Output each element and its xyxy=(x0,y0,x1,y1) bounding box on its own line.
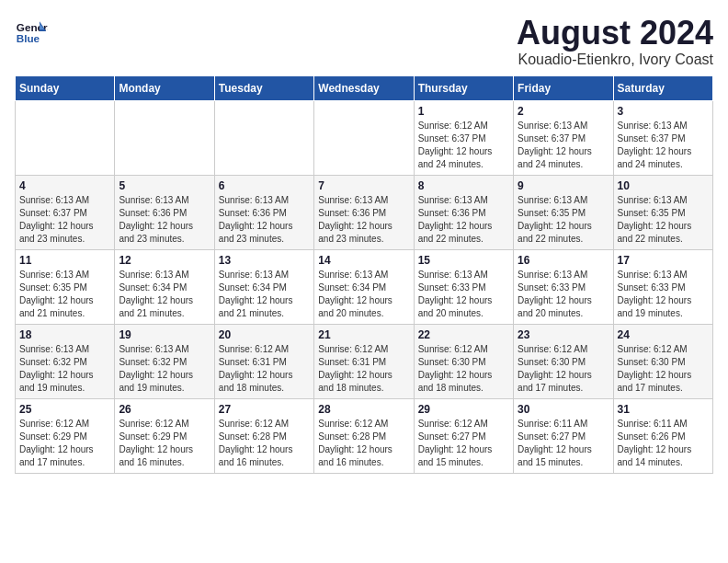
day-number: 5 xyxy=(119,179,210,192)
day-number: 23 xyxy=(518,328,609,341)
calendar-cell: 16Sunrise: 6:13 AM Sunset: 6:33 PM Dayli… xyxy=(514,249,613,324)
day-info: Sunrise: 6:13 AM Sunset: 6:37 PM Dayligh… xyxy=(518,120,609,171)
calendar-cell: 24Sunrise: 6:12 AM Sunset: 6:30 PM Dayli… xyxy=(613,324,712,398)
day-info: Sunrise: 6:13 AM Sunset: 6:37 PM Dayligh… xyxy=(19,194,110,246)
header-cell-monday: Monday xyxy=(115,75,214,100)
header-cell-tuesday: Tuesday xyxy=(214,75,313,100)
calendar-cell: 17Sunrise: 6:13 AM Sunset: 6:33 PM Dayli… xyxy=(613,249,712,324)
day-number: 2 xyxy=(518,105,609,118)
calendar-cell: 31Sunrise: 6:11 AM Sunset: 6:26 PM Dayli… xyxy=(613,398,712,473)
calendar-cell: 28Sunrise: 6:12 AM Sunset: 6:28 PM Dayli… xyxy=(314,398,414,473)
day-number: 19 xyxy=(119,328,210,341)
day-number: 28 xyxy=(318,403,409,416)
day-number: 15 xyxy=(418,254,509,267)
calendar-cell: 3Sunrise: 6:13 AM Sunset: 6:37 PM Daylig… xyxy=(613,100,712,175)
calendar-table: SundayMondayTuesdayWednesdayThursdayFrid… xyxy=(15,75,713,474)
day-info: Sunrise: 6:13 AM Sunset: 6:32 PM Dayligh… xyxy=(119,343,210,395)
calendar-cell: 7Sunrise: 6:13 AM Sunset: 6:36 PM Daylig… xyxy=(314,175,414,249)
day-number: 26 xyxy=(119,403,210,416)
day-number: 10 xyxy=(618,179,709,192)
day-info: Sunrise: 6:12 AM Sunset: 6:30 PM Dayligh… xyxy=(518,343,609,395)
calendar-cell: 19Sunrise: 6:13 AM Sunset: 6:32 PM Dayli… xyxy=(115,324,214,398)
header-cell-saturday: Saturday xyxy=(613,75,712,100)
calendar-cell: 1Sunrise: 6:12 AM Sunset: 6:37 PM Daylig… xyxy=(414,100,513,175)
header-cell-friday: Friday xyxy=(514,75,613,100)
day-number: 24 xyxy=(618,328,709,341)
day-info: Sunrise: 6:12 AM Sunset: 6:30 PM Dayligh… xyxy=(418,343,509,395)
day-info: Sunrise: 6:11 AM Sunset: 6:26 PM Dayligh… xyxy=(618,418,709,469)
day-number: 31 xyxy=(618,403,709,416)
calendar-cell: 4Sunrise: 6:13 AM Sunset: 6:37 PM Daylig… xyxy=(16,175,115,249)
day-number: 16 xyxy=(518,254,609,267)
day-number: 3 xyxy=(618,105,709,118)
day-info: Sunrise: 6:13 AM Sunset: 6:37 PM Dayligh… xyxy=(618,120,709,171)
day-number: 1 xyxy=(418,105,509,118)
calendar-cell: 12Sunrise: 6:13 AM Sunset: 6:34 PM Dayli… xyxy=(115,249,214,324)
logo: General Blue xyxy=(15,15,48,48)
calendar-body: 1Sunrise: 6:12 AM Sunset: 6:37 PM Daylig… xyxy=(16,100,713,473)
day-number: 27 xyxy=(219,403,310,416)
svg-text:Blue: Blue xyxy=(17,32,40,44)
day-number: 29 xyxy=(418,403,509,416)
day-info: Sunrise: 6:13 AM Sunset: 6:34 PM Dayligh… xyxy=(318,269,409,320)
day-number: 13 xyxy=(219,254,310,267)
day-info: Sunrise: 6:13 AM Sunset: 6:33 PM Dayligh… xyxy=(418,269,509,320)
day-number: 25 xyxy=(19,403,110,416)
day-number: 6 xyxy=(219,179,310,192)
day-info: Sunrise: 6:12 AM Sunset: 6:29 PM Dayligh… xyxy=(19,418,110,469)
day-info: Sunrise: 6:12 AM Sunset: 6:31 PM Dayligh… xyxy=(219,343,310,395)
day-number: 4 xyxy=(19,179,110,192)
calendar-cell xyxy=(214,100,313,175)
calendar-cell xyxy=(314,100,414,175)
calendar-cell: 18Sunrise: 6:13 AM Sunset: 6:32 PM Dayli… xyxy=(16,324,115,398)
day-info: Sunrise: 6:12 AM Sunset: 6:27 PM Dayligh… xyxy=(418,418,509,469)
week-row-1: 1Sunrise: 6:12 AM Sunset: 6:37 PM Daylig… xyxy=(16,100,713,175)
calendar-cell: 21Sunrise: 6:12 AM Sunset: 6:31 PM Dayli… xyxy=(314,324,414,398)
main-title: August 2024 xyxy=(517,15,713,52)
day-info: Sunrise: 6:12 AM Sunset: 6:31 PM Dayligh… xyxy=(318,343,409,395)
day-info: Sunrise: 6:13 AM Sunset: 6:34 PM Dayligh… xyxy=(219,269,310,320)
week-row-2: 4Sunrise: 6:13 AM Sunset: 6:37 PM Daylig… xyxy=(16,175,713,249)
calendar-cell xyxy=(115,100,214,175)
day-info: Sunrise: 6:13 AM Sunset: 6:35 PM Dayligh… xyxy=(19,269,110,320)
day-number: 20 xyxy=(219,328,310,341)
day-info: Sunrise: 6:12 AM Sunset: 6:37 PM Dayligh… xyxy=(418,120,509,171)
day-info: Sunrise: 6:13 AM Sunset: 6:33 PM Dayligh… xyxy=(618,269,709,320)
day-number: 22 xyxy=(418,328,509,341)
day-info: Sunrise: 6:12 AM Sunset: 6:28 PM Dayligh… xyxy=(219,418,310,469)
title-block: August 2024 Kouadio-Etienkro, Ivory Coas… xyxy=(517,15,713,68)
day-info: Sunrise: 6:13 AM Sunset: 6:32 PM Dayligh… xyxy=(19,343,110,395)
calendar-cell: 23Sunrise: 6:12 AM Sunset: 6:30 PM Dayli… xyxy=(514,324,613,398)
day-number: 21 xyxy=(318,328,409,341)
header-cell-sunday: Sunday xyxy=(16,75,115,100)
calendar-cell: 25Sunrise: 6:12 AM Sunset: 6:29 PM Dayli… xyxy=(16,398,115,473)
day-number: 12 xyxy=(119,254,210,267)
day-info: Sunrise: 6:13 AM Sunset: 6:35 PM Dayligh… xyxy=(518,194,609,246)
calendar-cell: 2Sunrise: 6:13 AM Sunset: 6:37 PM Daylig… xyxy=(514,100,613,175)
day-number: 11 xyxy=(19,254,110,267)
calendar-cell: 29Sunrise: 6:12 AM Sunset: 6:27 PM Dayli… xyxy=(414,398,513,473)
calendar-cell: 22Sunrise: 6:12 AM Sunset: 6:30 PM Dayli… xyxy=(414,324,513,398)
day-info: Sunrise: 6:13 AM Sunset: 6:36 PM Dayligh… xyxy=(219,194,310,246)
calendar-cell: 15Sunrise: 6:13 AM Sunset: 6:33 PM Dayli… xyxy=(414,249,513,324)
header-cell-wednesday: Wednesday xyxy=(314,75,414,100)
calendar-cell: 5Sunrise: 6:13 AM Sunset: 6:36 PM Daylig… xyxy=(115,175,214,249)
day-info: Sunrise: 6:12 AM Sunset: 6:30 PM Dayligh… xyxy=(618,343,709,395)
calendar-cell: 13Sunrise: 6:13 AM Sunset: 6:34 PM Dayli… xyxy=(214,249,313,324)
day-number: 8 xyxy=(418,179,509,192)
day-number: 18 xyxy=(19,328,110,341)
day-info: Sunrise: 6:13 AM Sunset: 6:36 PM Dayligh… xyxy=(119,194,210,246)
calendar-cell: 20Sunrise: 6:12 AM Sunset: 6:31 PM Dayli… xyxy=(214,324,313,398)
day-info: Sunrise: 6:12 AM Sunset: 6:29 PM Dayligh… xyxy=(119,418,210,469)
logo-icon: General Blue xyxy=(15,15,48,48)
header-cell-thursday: Thursday xyxy=(414,75,513,100)
calendar-cell: 27Sunrise: 6:12 AM Sunset: 6:28 PM Dayli… xyxy=(214,398,313,473)
week-row-5: 25Sunrise: 6:12 AM Sunset: 6:29 PM Dayli… xyxy=(16,398,713,473)
subtitle: Kouadio-Etienkro, Ivory Coast xyxy=(517,52,713,68)
calendar-cell: 11Sunrise: 6:13 AM Sunset: 6:35 PM Dayli… xyxy=(16,249,115,324)
day-info: Sunrise: 6:13 AM Sunset: 6:36 PM Dayligh… xyxy=(318,194,409,246)
day-number: 9 xyxy=(518,179,609,192)
week-row-4: 18Sunrise: 6:13 AM Sunset: 6:32 PM Dayli… xyxy=(16,324,713,398)
calendar-cell: 8Sunrise: 6:13 AM Sunset: 6:36 PM Daylig… xyxy=(414,175,513,249)
calendar-cell: 6Sunrise: 6:13 AM Sunset: 6:36 PM Daylig… xyxy=(214,175,313,249)
